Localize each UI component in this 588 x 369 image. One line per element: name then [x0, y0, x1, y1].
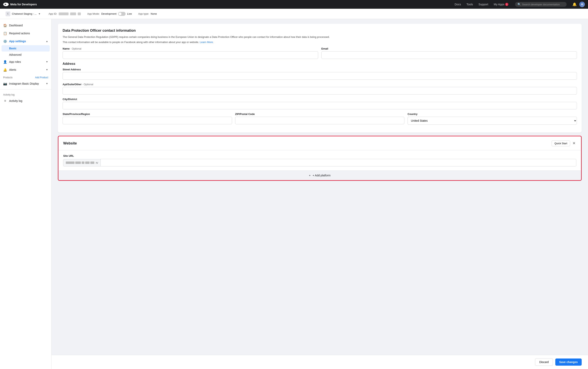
app-type-label: App type: [138, 12, 149, 15]
country-field-group: Country United States Canada United King… [407, 113, 577, 125]
learn-more-link[interactable]: Learn More. [200, 41, 213, 44]
site-url-row: h/ [63, 159, 576, 166]
live-label: Live [127, 12, 132, 15]
required-actions-icon: 📋 [3, 31, 7, 35]
app-settings-icon: ⚙️ [3, 39, 7, 43]
nav-my-apps[interactable]: My Apps 1 [492, 2, 510, 7]
alerts-icon: 🔔 [3, 68, 7, 72]
name-input[interactable] [63, 51, 318, 59]
action-bar: Discard Save changes [51, 355, 588, 369]
state-input[interactable] [63, 117, 232, 124]
nav-tools[interactable]: Tools [465, 2, 475, 7]
products-section: Products Add Product [0, 74, 51, 80]
apt-field-group: Apt/Suite/Other · Optional [63, 83, 577, 94]
state-label: State/Province/Region [63, 113, 232, 115]
website-card-body: Site URL h/ [59, 150, 581, 170]
instagram-icon: 📷 [3, 82, 7, 86]
blur-chunk-5 [90, 162, 94, 164]
data-protection-card: Data Protection Officer contact informat… [58, 24, 582, 133]
app-name: Chatwoot Staging - ... [12, 12, 37, 15]
nav-icons: 🔔 M [571, 1, 585, 8]
app-roles-icon: 👤 [3, 60, 7, 64]
main-content: Data Protection Officer contact informat… [51, 19, 588, 369]
blur-chunk-4 [85, 162, 90, 164]
zip-input[interactable] [235, 117, 405, 124]
search-input[interactable] [522, 3, 564, 6]
app-id-value-blurred [59, 12, 69, 15]
dashboard-icon: 🏠 [3, 23, 7, 27]
blur-chunk-2 [75, 162, 81, 164]
site-url-label: Site URL [63, 154, 576, 157]
website-card-header: Website Quick Start ✕ [59, 136, 581, 150]
app-selector[interactable]: C Chatwoot Staging - ... ▼ [4, 11, 42, 17]
app-id-label: App ID: [49, 12, 57, 15]
city-label: City/District [63, 98, 577, 101]
toggle-slider [118, 12, 126, 16]
sidebar-item-app-settings[interactable]: ⚙️ App settings ▲ [0, 37, 51, 45]
blur-chunk-3 [82, 162, 84, 164]
add-product-link[interactable]: Add Product [35, 76, 48, 79]
site-url-input[interactable] [101, 159, 576, 166]
notification-bell-button[interactable]: 🔔 [571, 1, 578, 8]
address-title: Address [63, 62, 577, 66]
email-field-group: Email [321, 47, 577, 59]
my-apps-badge: 1 [505, 3, 508, 6]
sidebar-item-alerts[interactable]: 🔔 Alerts ▼ [0, 66, 51, 74]
site-url-blurred-prefix: h/ [66, 161, 98, 164]
add-platform-icon: + [309, 174, 311, 177]
name-email-row: Name · Optional Email [63, 47, 577, 59]
email-input[interactable] [321, 51, 577, 59]
app-selector-chevron-icon: ▼ [38, 12, 41, 15]
sidebar-sub-item-advanced[interactable]: Advanced [0, 51, 51, 58]
sidebar-item-required-actions[interactable]: 📋 Required actions [0, 29, 51, 37]
sidebar-item-activity-log[interactable]: ≡ Activity log [0, 97, 51, 105]
add-platform-row[interactable]: + + Add platform [59, 170, 581, 180]
apt-input[interactable] [63, 87, 577, 94]
top-nav: Meta for Developers Docs Tools Support M… [0, 0, 588, 9]
site-url-suffix: h/ [96, 161, 98, 164]
data-protection-desc-1: The General Data Protection Regulation (… [63, 35, 577, 39]
blur-chunk-1 [66, 162, 74, 164]
sidebar-sub-item-basic[interactable]: Basic [1, 45, 50, 51]
website-close-button[interactable]: ✕ [572, 140, 576, 146]
country-select[interactable]: United States Canada United Kingdom Aust… [407, 117, 577, 125]
street-input[interactable] [63, 72, 577, 80]
website-title: Website [63, 141, 77, 145]
email-label: Email [321, 47, 577, 50]
layout: 🏠 Dashboard 📋 Required actions ⚙️ App se… [0, 19, 588, 369]
sidebar-divider [0, 89, 51, 89]
app-mode-toggle[interactable] [118, 12, 126, 16]
app-id-field: App ID: [49, 12, 81, 15]
sub-header: C Chatwoot Staging - ... ▼ App ID: App M… [0, 9, 588, 19]
nav-links: Docs Tools Support My Apps 1 [453, 2, 510, 7]
save-changes-button[interactable]: Save changes [555, 359, 582, 366]
street-field-group: Street Address [63, 68, 577, 80]
discard-button[interactable]: Discard [535, 358, 553, 366]
zip-label: ZIP/Postal Code [235, 113, 405, 115]
apt-label: Apt/Suite/Other · Optional [63, 83, 577, 86]
activity-log-icon: ≡ [3, 99, 7, 103]
add-platform-label: + Add platform [313, 174, 331, 177]
nav-support[interactable]: Support [476, 2, 490, 7]
city-field-group: City/District [63, 98, 577, 109]
avatar[interactable]: M [579, 1, 585, 7]
search-box: 🔍 [515, 2, 567, 7]
city-input[interactable] [63, 102, 577, 109]
name-label: Name · Optional [63, 47, 318, 50]
sidebar-item-dashboard[interactable]: 🏠 Dashboard [0, 21, 51, 29]
site-url-prefix: h/ [63, 159, 101, 166]
state-zip-country-row: State/Province/Region ZIP/Postal Code Co… [63, 113, 577, 125]
app-mode-field: App Mode: Development Live [87, 12, 132, 16]
website-card: Website Quick Start ✕ Site URL [58, 136, 582, 181]
app-type-field: App type: None [138, 12, 157, 15]
country-label: Country [407, 113, 577, 115]
sidebar-item-instagram[interactable]: 📷 Instagram Basic Display ▼ [0, 80, 51, 88]
instagram-chevron-icon: ▼ [46, 82, 48, 85]
nav-docs[interactable]: Docs [453, 2, 463, 7]
app-type-value: None [151, 12, 157, 15]
app-mode-label: App Mode: [87, 12, 100, 15]
logo: Meta for Developers [3, 3, 37, 6]
search-icon: 🔍 [517, 3, 521, 6]
sidebar-item-app-roles[interactable]: 👤 App roles ▼ [0, 58, 51, 66]
quick-start-button[interactable]: Quick Start [552, 141, 570, 146]
